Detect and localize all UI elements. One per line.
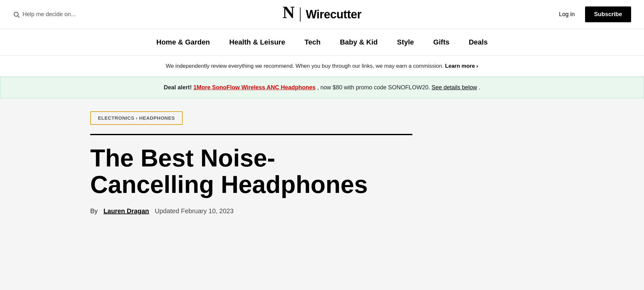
article-date: Updated February 10, 2023 bbox=[155, 207, 234, 215]
svg-point-0 bbox=[14, 12, 18, 16]
deal-text: , now $80 with promo code SONOFLOW20. bbox=[317, 84, 430, 91]
svg-text:N: N bbox=[283, 6, 294, 20]
deal-product-link[interactable]: 1More SonoFlow Wireless ANC Headphones bbox=[193, 84, 315, 91]
header-left: Help me decide on... bbox=[13, 11, 122, 18]
wirecutter-logo-text: Wirecutter bbox=[306, 8, 361, 21]
author-link[interactable]: Lauren Dragan bbox=[103, 207, 149, 215]
site-header: Help me decide on... N Wirecutter Log in… bbox=[0, 0, 644, 29]
logo-divider bbox=[300, 7, 301, 22]
breadcrumb[interactable]: ELECTRONICS › HEADPHONES bbox=[90, 111, 183, 125]
search-icon bbox=[13, 11, 20, 18]
byline-by: By bbox=[90, 207, 98, 215]
disclaimer-text: We independently review everything we re… bbox=[166, 63, 443, 69]
nav-item-style[interactable]: Style bbox=[397, 38, 414, 46]
deal-period: . bbox=[479, 84, 480, 91]
nav-item-gifts[interactable]: Gifts bbox=[433, 38, 449, 46]
main-nav: Home & Garden Health & Leisure Tech Baby… bbox=[0, 29, 644, 56]
nav-item-baby-kid[interactable]: Baby & Kid bbox=[340, 38, 378, 46]
svg-line-1 bbox=[18, 16, 19, 17]
article-byline: By Lauren Dragan Updated February 10, 20… bbox=[90, 207, 554, 215]
login-button[interactable]: Log in bbox=[555, 8, 579, 20]
header-actions: Log in Subscribe bbox=[522, 6, 631, 22]
search-placeholder-text: Help me decide on... bbox=[23, 11, 76, 18]
nav-item-deals[interactable]: Deals bbox=[469, 38, 488, 46]
subscribe-button[interactable]: Subscribe bbox=[585, 6, 631, 22]
nyt-logo: N bbox=[283, 6, 295, 23]
disclaimer-bar: We independently review everything we re… bbox=[0, 56, 644, 77]
article-title: The Best Noise-Cancelling Headphones bbox=[90, 145, 380, 198]
nav-item-home-garden[interactable]: Home & Garden bbox=[156, 38, 210, 46]
breadcrumb-text: ELECTRONICS › HEADPHONES bbox=[98, 115, 175, 121]
nav-item-tech[interactable]: Tech bbox=[304, 38, 321, 46]
nav-item-health-leisure[interactable]: Health & Leisure bbox=[229, 38, 285, 46]
site-logo[interactable]: N Wirecutter bbox=[283, 6, 361, 23]
deal-alert-label: Deal alert! bbox=[164, 84, 192, 91]
main-content: ELECTRONICS › HEADPHONES The Best Noise-… bbox=[0, 98, 644, 228]
see-details-link[interactable]: See details below bbox=[432, 84, 477, 91]
search-bar[interactable]: Help me decide on... bbox=[13, 11, 76, 18]
learn-more-link[interactable]: Learn more › bbox=[445, 63, 478, 69]
deal-alert-bar: Deal alert! 1More SonoFlow Wireless ANC … bbox=[0, 77, 644, 98]
article-divider bbox=[90, 134, 412, 135]
